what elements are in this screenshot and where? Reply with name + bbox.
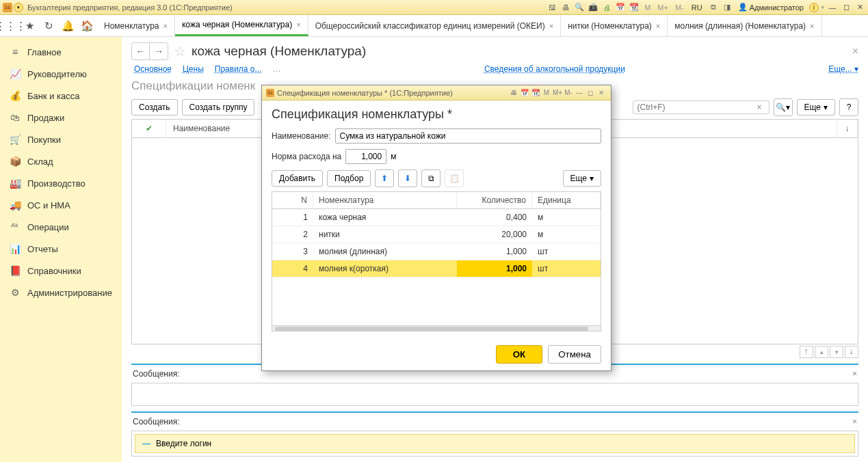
sidebar-item-7[interactable]: 🚚ОС и НМА: [0, 194, 122, 216]
dialog-mem-m[interactable]: M: [541, 87, 552, 98]
dialog-titlebar[interactable]: 1c Спецификация номенклатуры * (1С:Предп…: [262, 85, 611, 100]
dialog-cal-icon[interactable]: 📅: [519, 87, 530, 98]
sublink-alc[interactable]: Сведения об алкогольной продукции: [484, 64, 625, 74]
search-top-icon[interactable]: 🔍: [574, 2, 585, 13]
search-clear[interactable]: ×: [754, 103, 765, 112]
dialog-print-icon[interactable]: 🖶: [508, 87, 519, 98]
name-input[interactable]: [335, 128, 601, 144]
close-page-button[interactable]: ×: [852, 45, 858, 57]
search-input[interactable]: [637, 103, 754, 112]
tab-close-2[interactable]: ×: [549, 22, 553, 30]
messages-close-1[interactable]: ×: [852, 369, 857, 379]
calc-icon[interactable]: 📠: [588, 2, 599, 13]
sidebar-item-9[interactable]: 📊Отчеты: [0, 238, 122, 260]
col-qty[interactable]: Количество: [457, 192, 532, 208]
sort-bottom[interactable]: ⤓: [845, 346, 858, 358]
rate-input[interactable]: [345, 149, 386, 164]
grid-col-check[interactable]: ✔: [132, 120, 166, 137]
tab-close-0[interactable]: ×: [163, 22, 168, 30]
dialog-row-0[interactable]: 1кожа черная0,400м: [272, 209, 601, 226]
mem-m[interactable]: M: [642, 3, 653, 12]
dialog-mem-mminus[interactable]: M-: [563, 87, 574, 98]
sidebar-item-8[interactable]: ᴬᵏОперации: [0, 216, 122, 238]
tab-2[interactable]: Общероссийский классификатор единиц изме…: [308, 15, 562, 36]
notifications-icon[interactable]: 🔔: [62, 20, 74, 32]
sidebar-item-3[interactable]: 🛍Продажи: [0, 107, 122, 128]
messages-close-2[interactable]: ×: [852, 417, 857, 426]
history-icon[interactable]: ↻: [42, 20, 55, 32]
minimize-button[interactable]: —: [827, 2, 838, 13]
favorite-star[interactable]: ☆: [174, 43, 186, 59]
sort-top[interactable]: ⤒: [800, 346, 813, 358]
panel-icon[interactable]: ◨: [722, 2, 733, 13]
forward-button[interactable]: →: [150, 43, 168, 59]
scrollbar-thumb[interactable]: [275, 327, 588, 331]
print-icon[interactable]: 🖶: [560, 2, 571, 13]
dialog-row-3[interactable]: 4молния к(ороткая)1,000шт: [272, 260, 601, 277]
lang-indicator[interactable]: RU: [689, 3, 705, 12]
close-window-button[interactable]: ✕: [854, 2, 865, 13]
save-icon[interactable]: 🖫: [547, 2, 557, 13]
mem-mminus[interactable]: M-: [673, 3, 686, 12]
sublink-rules[interactable]: Правила о...: [215, 64, 262, 74]
sidebar-item-5[interactable]: 📦Склад: [0, 150, 122, 172]
dialog-row-1[interactable]: 2нитки20,000м: [272, 226, 601, 243]
create-group-button[interactable]: Создать группу: [182, 99, 255, 116]
sort-down[interactable]: ▾: [830, 346, 843, 358]
help-button[interactable]: ?: [839, 98, 858, 116]
info-icon[interactable]: i: [809, 3, 819, 12]
calendar-icon[interactable]: 📅: [615, 2, 626, 13]
calendar2-icon[interactable]: 📆: [629, 2, 640, 13]
sidebar-item-4[interactable]: 🛒Покупки: [0, 128, 122, 150]
tab-1[interactable]: кожа черная (Номенклатура)×: [175, 15, 308, 36]
sort-up[interactable]: ▴: [815, 346, 828, 358]
dialog-mem-mplus[interactable]: M+: [552, 87, 563, 98]
tab-close-1[interactable]: ×: [296, 21, 300, 29]
maximize-button[interactable]: ◻: [841, 2, 852, 13]
sublink-more[interactable]: Еще... ▾: [828, 64, 858, 74]
paste-button[interactable]: 📋: [445, 169, 464, 187]
back-button[interactable]: ←: [132, 43, 150, 59]
favorite-icon[interactable]: ★: [23, 20, 36, 32]
add-row-button[interactable]: Добавить: [272, 170, 323, 187]
sidebar-item-11[interactable]: ⚙Администрирование: [0, 282, 122, 303]
col-n[interactable]: N: [272, 192, 313, 208]
dialog-scrollbar[interactable]: [272, 325, 601, 331]
pick-button[interactable]: Подбор: [327, 170, 371, 187]
tab-3[interactable]: нитки (Номенклатура)×: [561, 15, 668, 36]
system-menu-dropdown[interactable]: ▾: [14, 3, 23, 12]
sidebar-item-2[interactable]: 💰Банк и касса: [0, 85, 122, 107]
move-up-button[interactable]: ⬆: [375, 169, 394, 187]
dialog-row-2[interactable]: 3молния (длинная)1,000шт: [272, 243, 601, 260]
search-button[interactable]: 🔍▾: [774, 98, 793, 116]
col-nom[interactable]: Номенклатура: [313, 192, 457, 208]
tab-4[interactable]: молния (длинная) (Номенклатура)×: [668, 15, 821, 36]
sidebar-item-6[interactable]: 🏭Производство: [0, 172, 122, 194]
user-indicator[interactable]: 👤 Администратор: [735, 3, 806, 12]
dialog-more-button[interactable]: Еще ▾: [563, 170, 601, 187]
search-box[interactable]: ×: [633, 100, 770, 114]
grid-col-sort[interactable]: ↓: [837, 120, 858, 137]
sublink-prices[interactable]: Цены: [183, 64, 204, 74]
dialog-grid[interactable]: N Номенклатура Количество Единица 1кожа …: [272, 191, 601, 331]
tab-close-3[interactable]: ×: [656, 22, 660, 30]
tab-0[interactable]: Номенклатура×: [97, 15, 175, 36]
mem-mplus[interactable]: M+: [655, 3, 670, 12]
apps-icon[interactable]: ⋮⋮⋮: [4, 20, 16, 32]
dialog-minimize[interactable]: —: [574, 87, 585, 98]
message-row[interactable]: — Введите логин: [135, 434, 855, 453]
sublink-main[interactable]: Основное: [134, 64, 172, 74]
dialog-maximize[interactable]: ◻: [585, 87, 596, 98]
copy-button[interactable]: ⧉: [421, 169, 440, 187]
cancel-button[interactable]: Отмена: [548, 345, 601, 364]
ok-button[interactable]: ОК: [496, 345, 543, 364]
col-unit[interactable]: Единица: [532, 192, 601, 208]
home-icon[interactable]: 🏠: [81, 20, 93, 32]
create-button[interactable]: Создать: [131, 99, 178, 116]
print2-icon[interactable]: 🖨: [601, 2, 612, 13]
windows-icon[interactable]: ⧉: [708, 2, 719, 13]
sidebar-item-10[interactable]: 📕Справочники: [0, 260, 122, 282]
tab-close-4[interactable]: ×: [810, 22, 814, 30]
sidebar-item-0[interactable]: ≡Главное: [0, 41, 122, 63]
more-button[interactable]: Еще ▾: [797, 99, 835, 116]
